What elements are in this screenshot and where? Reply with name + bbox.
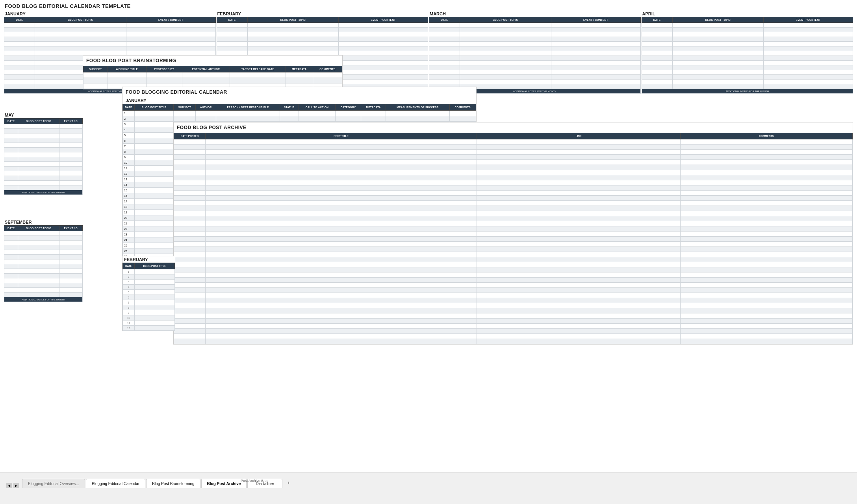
archive-row xyxy=(174,257,853,262)
archive-row xyxy=(174,334,853,339)
archive-row xyxy=(174,232,853,237)
arch-col-date: DATE POSTED xyxy=(174,133,206,139)
brain-col-comments: COMMENTS xyxy=(313,66,342,72)
march-table: DATE BLOG POST TOPIC EVENT / CONTENT xyxy=(429,17,641,94)
mar-col-date: DATE xyxy=(429,17,460,23)
archive-row xyxy=(174,150,853,155)
brainstorming-table: SUBJECT WORKING TITLE PROPOSED BY POTENT… xyxy=(83,66,342,89)
editorial-month: JANUARY xyxy=(122,97,476,104)
tab-overview[interactable]: Blogging Editorial Overview... xyxy=(22,479,85,488)
feb-mini-row: 12 xyxy=(123,326,175,331)
feb-col-topic: BLOG POST TOPIC xyxy=(247,17,338,23)
tab-nav-arrows: ◀ ▶ xyxy=(4,483,21,488)
feb-mini-row: 7 xyxy=(123,300,175,305)
may-col-topic: BLOG POST TOPIC xyxy=(18,119,59,124)
feb-mini-row: 1 xyxy=(123,269,175,274)
tab-bar: ◀ ▶ Blogging Editorial Overview... Blogg… xyxy=(0,472,857,488)
ed-col-date: DATE xyxy=(123,104,135,111)
archive-row xyxy=(174,272,853,278)
archive-row xyxy=(174,160,853,165)
feb-mini-row: 5 xyxy=(123,290,175,295)
archive-row xyxy=(174,180,853,185)
archive-row xyxy=(174,324,853,329)
brain-col-title: WORKING TITLE xyxy=(108,66,146,72)
sep-col-topic: BLOG POST TOPIC xyxy=(18,226,59,231)
archive-row xyxy=(174,252,853,257)
archive-row xyxy=(174,155,853,160)
feb-mini-table: DATE BLOG POST TITLE 123456789101112 xyxy=(122,263,175,331)
may-block: MAY DATE BLOG POST TOPIC EVENT / C xyxy=(4,112,83,195)
feb-mini-row: 2 xyxy=(123,274,175,280)
archive-title: FOOD BLOG POST ARCHIVE xyxy=(174,122,853,133)
tab-nav-right[interactable]: ▶ xyxy=(13,483,19,488)
ed-col-category: CATEGORY xyxy=(336,104,361,111)
archive-table: DATE POSTED POST TITLE LINK COMMENTS xyxy=(174,133,853,344)
tab-editorial-calendar[interactable]: Blogging Editorial Calendar xyxy=(86,479,145,488)
jan-col-topic: BLOG POST TOPIC xyxy=(35,17,126,23)
archive-row xyxy=(174,175,853,180)
brainstorming-section: FOOD BLOG POST BRAINSTORMING SUBJECT WOR… xyxy=(83,55,343,89)
jan-col-date: DATE xyxy=(4,17,35,23)
feb-mini-row: 11 xyxy=(123,321,175,326)
arch-col-link: LINK xyxy=(477,133,681,139)
archive-row xyxy=(174,211,853,216)
arch-col-comments: COMMENTS xyxy=(681,133,853,139)
september-table: DATE BLOG POST TOPIC EVENT / C xyxy=(4,225,83,302)
sep-notes: ADDITIONAL NOTES FOR THE MONTH xyxy=(4,297,83,302)
archive-row xyxy=(174,283,853,288)
archive-row xyxy=(174,242,853,247)
may-notes: ADDITIONAL NOTES FOR THE MONTH xyxy=(4,190,83,195)
may-col-date: DATE xyxy=(4,119,18,124)
archive-row xyxy=(174,185,853,191)
mar-col-event: EVENT / CONTENT xyxy=(551,17,640,23)
archive-section: FOOD BLOG POST ARCHIVE DATE POSTED POST … xyxy=(173,122,853,345)
archive-row xyxy=(174,262,853,267)
ed-col-cta: CALL TO ACTION xyxy=(299,104,335,111)
feb-mini-row: 3 xyxy=(123,280,175,285)
feb-col-date: DATE xyxy=(217,17,247,23)
archive-row xyxy=(174,329,853,334)
archive-row xyxy=(174,191,853,196)
tab-post-archive[interactable]: Blog Post Archive xyxy=(201,479,247,488)
march-title: MARCH xyxy=(429,11,641,17)
tab-nav-left[interactable]: ◀ xyxy=(6,483,12,488)
mar-col-topic: BLOG POST TOPIC xyxy=(460,17,551,23)
brainstorming-title: FOOD BLOG POST BRAINSTORMING xyxy=(83,56,342,66)
brain-col-proposed: PROPOSED BY xyxy=(146,66,182,72)
main-title: FOOD BLOG EDITORIAL CALENDAR TEMPLATE xyxy=(0,0,857,11)
archive-row xyxy=(174,313,853,319)
archive-row xyxy=(174,196,853,201)
editorial-title: FOOD BLOGGING EDITORIAL CALENDAR xyxy=(122,87,476,97)
april-title: APRIL xyxy=(642,11,853,17)
ed-col-person: PERSON / DEPT RESPONSIBLE xyxy=(216,104,280,111)
feb-mini-col-date: DATE xyxy=(123,263,135,269)
archive-row xyxy=(174,319,853,324)
may-col-event: EVENT / C xyxy=(59,119,82,124)
archive-row xyxy=(174,145,853,150)
archive-row xyxy=(174,298,853,303)
april-block: APRIL DATE BLOG POST TOPIC EVENT / CONTE… xyxy=(642,11,853,94)
apr-col-date: DATE xyxy=(642,17,672,23)
archive-row xyxy=(174,221,853,226)
feb-mini-row: 6 xyxy=(123,295,175,300)
apr-notes: ADDITIONAL NOTES FOR THE MONTH xyxy=(642,89,853,94)
archive-row xyxy=(174,288,853,293)
tab-brainstorming[interactable]: Blog Post Brainstorming xyxy=(146,479,200,488)
archive-row xyxy=(174,206,853,211)
january-title: JANUARY xyxy=(4,11,216,17)
september-title: SEPTEMBER xyxy=(4,219,83,225)
ed-col-subject: SUBJECT xyxy=(174,104,196,111)
september-block: SEPTEMBER DATE BLOG POST TOPIC EVENT / C xyxy=(4,219,83,302)
ed-col-measures: MEASUREMENTS OF SUCCESS xyxy=(386,104,449,111)
archive-row xyxy=(174,139,853,145)
apr-col-topic: BLOG POST TOPIC xyxy=(672,17,763,23)
archive-row xyxy=(174,267,853,272)
archive-row xyxy=(174,237,853,242)
feb-mini-row: 4 xyxy=(123,285,175,290)
arch-col-post: POST TITLE xyxy=(206,133,477,139)
tab-add-button[interactable]: + xyxy=(283,478,294,488)
brain-col-meta: METADATA xyxy=(286,66,313,72)
archive-row xyxy=(174,278,853,283)
ed-col-title: BLOG POST TITLE xyxy=(135,104,174,111)
jan-col-event: EVENT / CONTENT xyxy=(126,17,215,23)
